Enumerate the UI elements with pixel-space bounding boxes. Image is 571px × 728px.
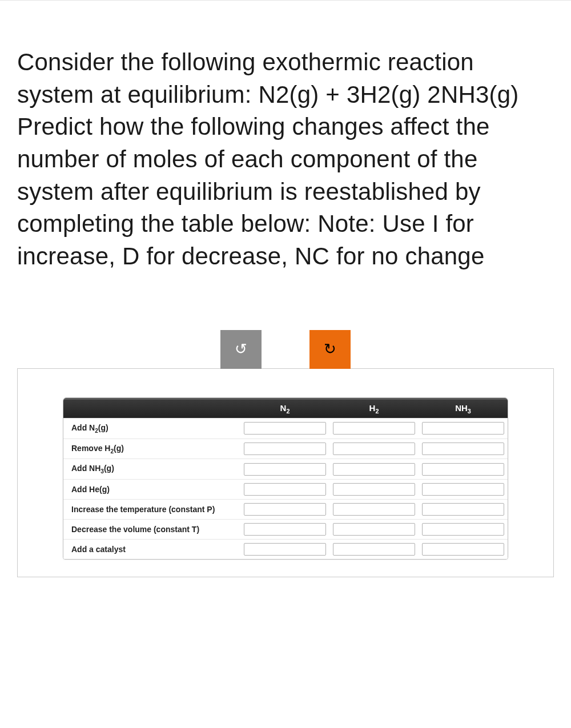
table-row: Add NH3(g) — [63, 458, 508, 479]
row-label: Add N2(g) — [63, 421, 240, 436]
answer-panel: N2 H2 NH3 Add N2(g) Remove H2(g) Add NH3… — [17, 368, 554, 577]
cell-input-nh3[interactable] — [422, 483, 504, 496]
row-label: Increase the temperature (constant P) — [63, 502, 240, 516]
question-text: Consider the following exothermic reacti… — [17, 46, 554, 273]
cell-input-nh3[interactable] — [422, 463, 504, 476]
table-row: Increase the temperature (constant P) — [63, 499, 508, 519]
cell-input-nh3[interactable] — [422, 543, 504, 556]
header-n2: N2 — [240, 400, 329, 418]
redo-button[interactable]: ↻ — [309, 330, 351, 369]
row-label: Remove H2(g) — [63, 441, 240, 457]
cell-input-nh3[interactable] — [422, 422, 504, 435]
cell-input-h2[interactable] — [333, 503, 415, 516]
row-label: Add a catalyst — [63, 542, 240, 556]
cell-input-n2[interactable] — [244, 422, 326, 435]
row-label: Add NH3(g) — [63, 461, 240, 477]
cell-input-n2[interactable] — [244, 443, 326, 455]
redo-icon: ↻ — [324, 340, 336, 358]
cell-input-nh3[interactable] — [422, 523, 504, 536]
cell-input-n2[interactable] — [244, 543, 326, 556]
cell-input-h2[interactable] — [333, 463, 415, 476]
header-h2: H2 — [329, 400, 419, 418]
cell-input-n2[interactable] — [244, 503, 326, 516]
cell-input-h2[interactable] — [333, 422, 415, 435]
table-row: Add N2(g) — [63, 418, 508, 439]
table-row: Remove H2(g) — [63, 439, 508, 459]
table-row: Decrease the volume (constant T) — [63, 519, 508, 539]
cell-input-n2[interactable] — [244, 483, 326, 496]
equilibrium-table: N2 H2 NH3 Add N2(g) Remove H2(g) Add NH3… — [63, 397, 508, 560]
table-row: Add a catalyst — [63, 539, 508, 559]
table-header-row: N2 H2 NH3 — [63, 398, 508, 418]
header-blank — [63, 400, 240, 418]
action-controls: ↺ ↻ — [0, 330, 571, 369]
undo-button[interactable]: ↺ — [220, 330, 262, 369]
row-label: Decrease the volume (constant T) — [63, 522, 240, 536]
cell-input-h2[interactable] — [333, 483, 415, 496]
question-block: Consider the following exothermic reacti… — [0, 1, 571, 296]
cell-input-h2[interactable] — [333, 543, 415, 556]
undo-icon: ↺ — [235, 340, 247, 358]
table-row: Add He(g) — [63, 479, 508, 499]
row-label: Add He(g) — [63, 482, 240, 496]
cell-input-h2[interactable] — [333, 443, 415, 455]
cell-input-nh3[interactable] — [422, 443, 504, 455]
header-nh3: NH3 — [419, 400, 508, 418]
cell-input-h2[interactable] — [333, 523, 415, 536]
cell-input-nh3[interactable] — [422, 503, 504, 516]
cell-input-n2[interactable] — [244, 463, 326, 476]
cell-input-n2[interactable] — [244, 523, 326, 536]
